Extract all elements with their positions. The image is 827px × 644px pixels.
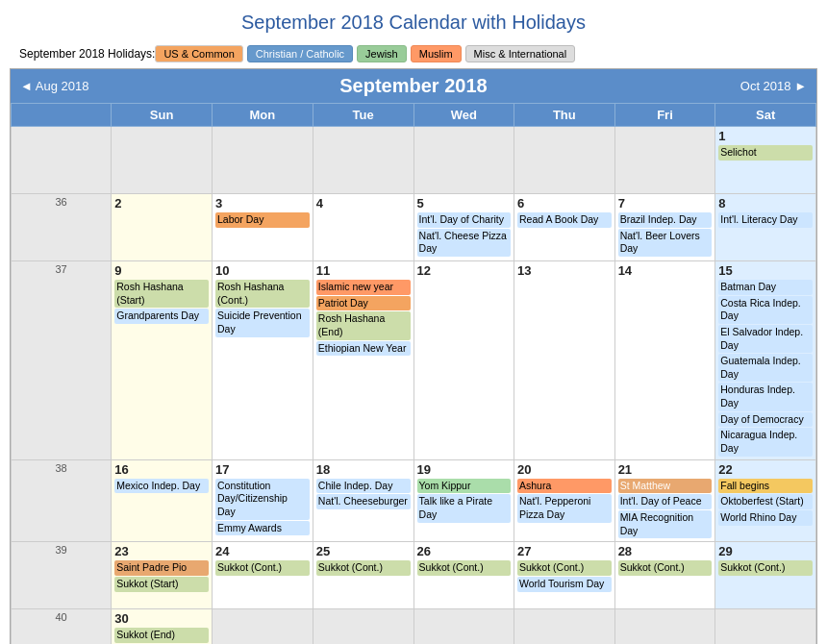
week-num-39: 39 (12, 542, 112, 609)
calendar-header: ◄ Aug 2018 September 2018 Oct 2018 ► (11, 69, 816, 103)
day-26: 26 Sukkot (Cont.) (414, 542, 514, 609)
next-month-nav[interactable]: Oct 2018 ► (740, 79, 807, 93)
day-30: 30 Sukkot (End) (112, 609, 213, 644)
calendar: ◄ Aug 2018 September 2018 Oct 2018 ► Sun… (10, 68, 817, 644)
tag-christian[interactable]: Christian / Catholic (247, 45, 353, 62)
week-num (12, 127, 112, 194)
day-5: 5 Int'l. Day of Charity Nat'l. Cheese Pi… (414, 194, 514, 261)
day-23: 23 Saint Padre Pio Sukkot (Start) (112, 542, 213, 609)
page-title: September 2018 Calendar with Holidays (0, 0, 827, 41)
week-num-37: 37 (12, 261, 112, 460)
tag-us[interactable]: US & Common (155, 45, 242, 62)
day-14: 14 (614, 261, 715, 460)
day-3: 3 Labor Day (212, 194, 313, 261)
tag-muslim[interactable]: Muslim (411, 45, 462, 62)
day-9: 9 Rosh Hashana (Start) Grandparents Day (112, 261, 213, 460)
tag-jewish[interactable]: Jewish (357, 45, 407, 62)
week-header (12, 104, 112, 127)
day-18: 18 Chile Indep. Day Nat'l. Cheeseburger (313, 459, 414, 542)
day-20: 20 Ashura Nat'l. Pepperoni Pizza Day (514, 459, 615, 542)
header-fri: Fri (614, 104, 715, 127)
day-7: 7 Brazil Indep. Day Nat'l. Beer Lovers D… (614, 194, 715, 261)
day-13: 13 (514, 261, 615, 460)
cell-empty (614, 609, 715, 644)
day-15: 15 Batman Day Costa Rica Indep. Day El S… (715, 261, 816, 460)
cell-empty (212, 127, 313, 194)
day-22: 22 Fall begins Oktoberfest (Start) World… (715, 459, 816, 542)
day-21: 21 St Matthew Int'l. Day of Peace MIA Re… (614, 459, 715, 542)
day-4: 4 (313, 194, 414, 261)
cell-empty (112, 127, 213, 194)
week-num-36: 36 (12, 194, 112, 261)
week-num-38: 38 (12, 459, 112, 542)
tag-misc[interactable]: Misc & International (465, 45, 576, 62)
day-6: 6 Read A Book Day (514, 194, 615, 261)
day-17: 17 Constitution Day/Citizenship Day Emmy… (212, 459, 313, 542)
day-25: 25 Sukkot (Cont.) (313, 542, 414, 609)
day-2: 2 (112, 194, 213, 261)
cell-empty (514, 127, 615, 194)
day-8: 8 Int'l. Literacy Day (715, 194, 816, 261)
day-27: 27 Sukkot (Cont.) World Tourism Day (514, 542, 615, 609)
header-tue: Tue (313, 104, 414, 127)
cell-empty: WinCalendar (715, 609, 816, 644)
day-29: 29 Sukkot (Cont.) (715, 542, 816, 609)
header-thu: Thu (514, 104, 615, 127)
header-wed: Wed (414, 104, 514, 127)
header-mon: Mon (212, 104, 313, 127)
cell-empty (414, 127, 514, 194)
day-16: 16 Mexico Indep. Day (112, 459, 213, 542)
day-24: 24 Sukkot (Cont.) (212, 542, 313, 609)
legend-label: September 2018 Holidays: (19, 47, 155, 61)
day-10: 10 Rosh Hashana (Cont.) Suicide Preventi… (212, 261, 313, 460)
cell-empty (313, 609, 414, 644)
header-sat: Sat (715, 104, 816, 127)
day-19: 19 Yom Kippur Talk like a Pirate Day (414, 459, 514, 542)
week-num-40: 40 (12, 609, 112, 644)
cell-empty (313, 127, 414, 194)
calendar-grid: Sun Mon Tue Wed Thu Fri Sat 1 (11, 103, 816, 644)
day-11: 11 Islamic new year Patriot Day Rosh Has… (313, 261, 414, 460)
cell-empty (212, 609, 313, 644)
day-1: 1 Selichot (715, 127, 816, 194)
header-sun: Sun (112, 104, 213, 127)
cell-empty (414, 609, 514, 644)
day-12: 12 (414, 261, 514, 460)
calendar-title: September 2018 (339, 75, 487, 97)
cell-empty (514, 609, 615, 644)
prev-month-nav[interactable]: ◄ Aug 2018 (20, 79, 88, 93)
legend-row: September 2018 Holidays: US & Common Chr… (0, 41, 827, 68)
cell-empty (614, 127, 715, 194)
day-28: 28 Sukkot (Cont.) (614, 542, 715, 609)
